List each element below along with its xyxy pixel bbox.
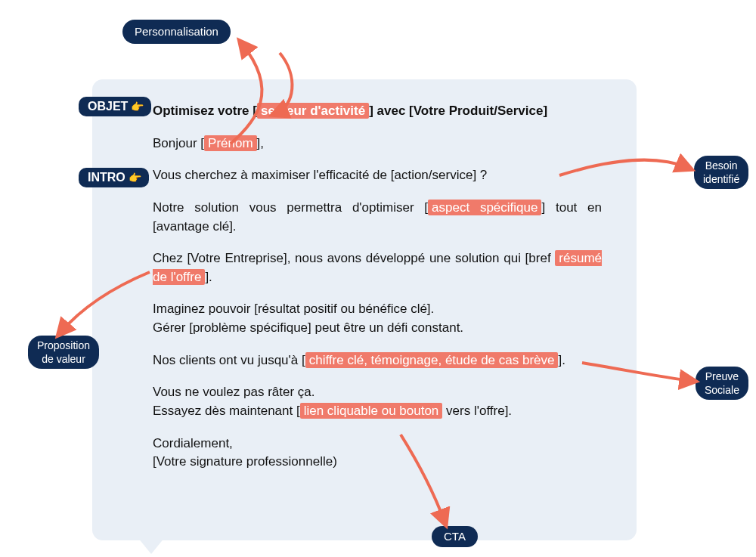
greeting-post: , (260, 136, 264, 150)
solution-line: Notre solution vous permettra d'optimise… (153, 199, 602, 236)
personnalisation-pill: Personnalisation (122, 20, 231, 44)
pointing-hand-icon: 👉 (131, 101, 144, 113)
imagine-line-2: Gérer [problème spécifique] peut être un… (153, 319, 602, 338)
intro-line: Vous cherchez à maximiser l'efficacité d… (153, 166, 602, 185)
preuve-pill: Preuve Sociale (696, 367, 748, 400)
solution-pre: Notre solution vous permettra d'optimise… (153, 200, 424, 215)
greeting-pre: Bonjour (153, 136, 200, 150)
try-pre: Essayez dès maintenant (153, 404, 296, 418)
try-post: vers l'offre]. (442, 404, 512, 418)
objet-label: OBJET (88, 100, 128, 113)
subject-pre: Optimisez votre (153, 104, 253, 118)
rater-line: Vous ne voulez pas râter ça. (153, 383, 602, 402)
greeting-line: Bonjour [Prénom], (153, 135, 602, 153)
besoin-pill: Besoin identifié (694, 156, 748, 189)
subject-post: avec [Votre Produit/Service] (373, 104, 547, 118)
signature-line: [Votre signature professionnelle) (153, 453, 602, 472)
cta-pill: CTA (432, 526, 478, 547)
subject-highlight: secteur d'activité (257, 103, 369, 119)
greeting-highlight: Prénom (204, 135, 257, 151)
objet-badge: OBJET👉 (79, 97, 151, 116)
clients-post: . (562, 353, 565, 367)
cordialement-line: Cordialement, (153, 435, 602, 453)
clients-pre: Nos clients ont vu jusqu'à (153, 353, 302, 367)
clients-highlight: chiffre clé, témoignage, étude de cas br… (305, 352, 559, 368)
pointing-hand-icon: 👉 (129, 172, 141, 184)
subject-line: Optimisez votre [secteur d'activité] ave… (153, 102, 602, 121)
clients-line: Nos clients ont vu jusqu'à [chiffre clé,… (153, 351, 602, 370)
imagine-line-1: Imaginez pouvoir [résultat positif ou bé… (153, 300, 602, 319)
offer-line: Chez [Votre Entreprise], nous avons déve… (153, 249, 602, 286)
offer-pre: Chez [Votre Entreprise], nous avons déve… (153, 251, 555, 265)
try-line: Essayez dès maintenant [lien cliquable o… (153, 402, 602, 421)
email-template-box: Optimisez votre [secteur d'activité] ave… (92, 79, 637, 540)
offer-post: . (209, 270, 212, 284)
proposition-pill: Proposition de valeur (28, 336, 99, 369)
intro-label: INTRO (88, 171, 125, 184)
solution-highlight: aspect spécifique (428, 200, 541, 215)
intro-badge: INTRO👉 (79, 168, 149, 187)
try-highlight: lien cliquable ou bouton (300, 403, 443, 419)
